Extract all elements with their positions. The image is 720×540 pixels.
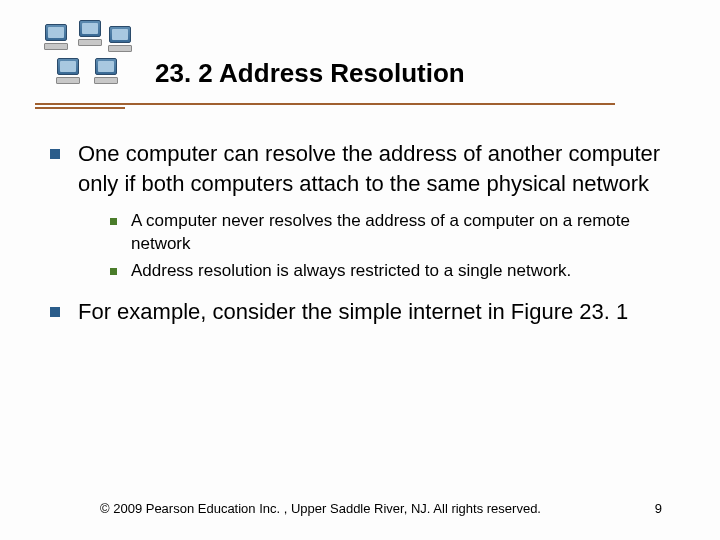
sub-list: A computer never resolves the address of…: [110, 210, 670, 283]
title-block: 23. 2 Address Resolution: [155, 20, 680, 109]
list-item: One computer can resolve the address of …: [50, 139, 670, 198]
bullet-text: One computer can resolve the address of …: [78, 139, 670, 198]
list-item: For example, consider the simple interne…: [50, 297, 670, 327]
content-area: One computer can resolve the address of …: [40, 139, 680, 327]
bullet-square-icon: [50, 149, 60, 159]
bullet-text: Address resolution is always restricted …: [131, 260, 571, 283]
footer: © 2009 Pearson Education Inc. , Upper Sa…: [0, 501, 720, 516]
slide-title: 23. 2 Address Resolution: [155, 58, 680, 89]
slide: 23. 2 Address Resolution One computer ca…: [0, 0, 720, 540]
list-item: A computer never resolves the address of…: [110, 210, 670, 256]
header: 23. 2 Address Resolution: [40, 20, 680, 109]
bullet-text: A computer never resolves the address of…: [131, 210, 670, 256]
bullet-text: For example, consider the simple interne…: [78, 297, 628, 327]
copyright-text: © 2009 Pearson Education Inc. , Upper Sa…: [100, 501, 541, 516]
list-item: Address resolution is always restricted …: [110, 260, 670, 283]
page-number: 9: [655, 501, 662, 516]
bullet-square-icon: [110, 218, 117, 225]
computers-clipart-icon: [40, 20, 135, 105]
bullet-square-icon: [50, 307, 60, 317]
title-underline-icon: [35, 101, 615, 109]
bullet-square-icon: [110, 268, 117, 275]
